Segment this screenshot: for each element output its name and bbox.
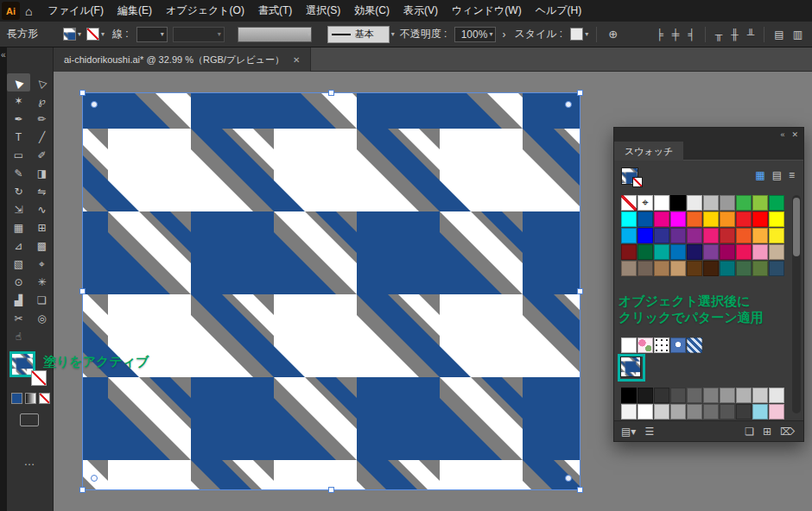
swatch[interactable] [638,404,653,420]
menu-object[interactable]: オブジェクト(O) [159,0,251,22]
swatch[interactable] [654,261,669,276]
new-color-group-icon[interactable]: ❏ [745,426,754,438]
swatch[interactable] [703,244,719,260]
swatch[interactable] [720,228,735,243]
swatch[interactable] [654,228,669,243]
width-tool[interactable]: ∿ [30,200,54,218]
swatch[interactable] [720,388,735,403]
reflect-tool[interactable]: ⇋ [30,182,54,200]
selection-handle[interactable] [328,487,334,493]
mesh-tool[interactable]: ▩ [30,237,54,255]
rectangle-tool[interactable]: ▭ [7,146,30,164]
swatch[interactable] [638,228,653,243]
zoom-tool[interactable]: ◎ [30,309,54,327]
swatch[interactable] [687,211,702,227]
swatch[interactable] [769,261,784,276]
swatch[interactable] [752,195,768,211]
new-swatch-icon[interactable]: ⊞ [763,426,771,438]
horizontal-align-center-icon[interactable]: ╪ [672,28,680,41]
menu-edit[interactable]: 編集(E) [111,0,159,22]
swatch[interactable] [703,261,719,276]
vertical-align-bottom-icon[interactable]: ╨ [747,28,755,41]
live-corner-widget[interactable] [91,475,98,482]
swatch[interactable] [752,228,768,243]
swatch-pattern[interactable] [670,338,686,353]
current-stroke-swatch[interactable] [632,177,643,187]
swatch[interactable] [736,228,752,243]
menu-window[interactable]: ウィンドウ(W) [445,0,529,22]
pencil-tool[interactable]: ✎ [7,164,30,182]
type-tool[interactable]: T [7,128,30,146]
swatch[interactable] [720,211,735,227]
column-graph-tool[interactable]: ▟ [7,291,30,309]
fill-color-control[interactable]: ▾ [63,28,81,41]
selection-handle[interactable] [577,487,583,493]
delete-swatch-icon[interactable]: ⌦ [780,426,795,438]
swatch[interactable] [687,261,702,276]
swatch[interactable] [621,338,637,353]
swatch[interactable] [736,404,752,420]
eraser-tool[interactable]: ◨ [30,164,54,182]
swatch[interactable] [638,244,653,260]
hand-tool[interactable]: ☝ [7,327,30,345]
live-corner-widget[interactable] [565,101,572,108]
stroke-color-control[interactable]: ▾ [86,28,105,41]
paintbrush-tool[interactable]: ✐ [30,146,54,164]
swatch[interactable] [736,211,752,227]
artboard-tool[interactable]: ❏ [30,291,54,309]
illustrator-logo-icon[interactable]: Ai [2,2,20,20]
swatch[interactable] [736,244,752,260]
selection-handle[interactable] [79,288,86,294]
swatch[interactable] [720,261,735,276]
selection-handle[interactable] [79,90,86,96]
menu-file[interactable]: ファイル(F) [41,0,110,22]
panel-collapse-icon[interactable]: « [780,130,784,139]
swatch[interactable] [670,195,686,211]
menu-type[interactable]: 書式(T) [251,0,299,22]
swatch[interactable] [687,244,702,260]
swatch[interactable] [769,195,784,211]
swatch[interactable] [638,211,653,227]
houndstooth-pattern-swatch[interactable] [620,356,641,377]
swatch[interactable] [720,244,735,260]
swatch[interactable] [720,195,735,211]
swatch[interactable] [720,404,735,420]
opacity-input[interactable]: 100% ▾ [454,27,496,42]
swatch-libraries-icon[interactable]: ▤▾ [621,426,636,438]
live-corner-widget[interactable] [565,475,572,482]
free-transform-tool[interactable]: ▦ [7,218,30,237]
selection-handle[interactable] [577,90,583,96]
swatch[interactable] [621,388,637,403]
swatch-registration[interactable]: ⌖ [638,195,653,211]
swatch-pattern[interactable] [638,338,653,353]
none-button[interactable] [39,393,50,404]
swatch[interactable] [736,261,752,276]
swatch[interactable] [654,244,669,260]
horizontal-align-left-icon[interactable]: ╞ [656,28,663,41]
swatch[interactable] [621,211,637,227]
curvature-tool[interactable]: ✏ [30,110,54,128]
swatch[interactable] [687,388,702,403]
swatch[interactable] [621,228,637,243]
artboard-pattern-object[interactable] [82,92,580,490]
swatch-pattern[interactable] [687,338,702,353]
slice-tool[interactable]: ✂ [7,309,30,327]
fill-swatch[interactable] [12,354,33,375]
panel-menu-icon[interactable]: ≡ [789,169,795,181]
color-button[interactable] [11,393,22,404]
stroke-width-select[interactable]: ▾ [136,27,168,42]
swatch[interactable] [736,388,752,403]
shape-builder-tool[interactable]: ⊞ [30,218,54,237]
tab-swatches[interactable]: スウォッチ [614,142,683,161]
swatch[interactable] [752,244,768,260]
magic-wand-tool[interactable]: ✶ [7,91,30,110]
direct-selection-tool[interactable]: ◁ [30,73,54,91]
rotate-tool[interactable]: ↻ [7,182,30,200]
swatch[interactable] [638,388,653,403]
swatch[interactable] [621,404,637,420]
swatch[interactable] [670,388,686,403]
panel-close-icon[interactable]: ✕ [791,130,798,139]
edit-toolbar-icon[interactable]: … [7,455,54,468]
swatches-scrollbar[interactable] [792,195,801,413]
swatch[interactable] [687,195,702,211]
